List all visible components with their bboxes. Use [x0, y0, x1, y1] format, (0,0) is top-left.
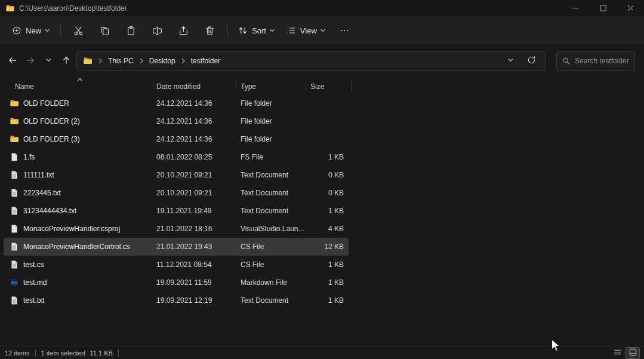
- file-type: File folder: [241, 135, 310, 143]
- file-size: 1 KB: [310, 278, 345, 287]
- file-row[interactable]: test.txt19.09.2021 12:19Text Document1 K…: [4, 292, 349, 309]
- share-button[interactable]: [171, 20, 196, 41]
- new-button[interactable]: New: [7, 20, 56, 41]
- file-name-cell: 111111.txt: [4, 170, 156, 180]
- chevron-down-icon: [320, 27, 326, 33]
- ellipsis-icon: [340, 26, 349, 35]
- refresh-button[interactable]: [523, 52, 539, 70]
- minimize-button[interactable]: [562, 0, 589, 16]
- details-view-button[interactable]: [611, 348, 624, 358]
- file-type: FS File: [241, 153, 310, 161]
- file-date-modified: 21.01.2022 18:16: [156, 225, 241, 233]
- column-divider[interactable]: [351, 81, 352, 90]
- file-name: OLD FOLDER: [23, 99, 69, 108]
- file-row[interactable]: test.md19.09.2021 11:59Markdown File1 KB: [4, 274, 349, 292]
- plus-circle-icon: [12, 26, 21, 35]
- search-icon: [562, 57, 571, 65]
- folder-icon: [10, 99, 19, 108]
- file-name-cell: 31234444434.txt: [4, 206, 156, 216]
- column-divider[interactable]: [153, 81, 153, 90]
- column-header-size[interactable]: Size: [310, 82, 324, 91]
- column-header-name[interactable]: Name: [15, 82, 34, 91]
- file-row[interactable]: OLD FOLDER (2)24.12.2021 14:36File folde…: [4, 112, 349, 130]
- more-options-button[interactable]: [332, 20, 358, 41]
- rename-icon: [152, 26, 162, 36]
- file-row[interactable]: MonacoPreviewHandler.csproj21.01.2022 18…: [4, 220, 349, 238]
- file-row[interactable]: OLD FOLDER24.12.2021 14:36File folder: [4, 94, 349, 112]
- selection-size: 11.1 KB: [90, 349, 113, 357]
- file-type: Text Document: [241, 189, 310, 197]
- file-name: MonacoPreviewHandlerCortrol.cs: [23, 243, 130, 251]
- file-type: File folder: [241, 99, 310, 108]
- sort-ascending-icon: [77, 78, 83, 81]
- view-button-label: View: [300, 26, 317, 35]
- file-name-cell: OLD FOLDER: [4, 99, 156, 108]
- status-bar: 12 items 1 item selected 11.1 KB: [0, 346, 644, 359]
- breadcrumb-separator[interactable]: [98, 58, 103, 64]
- file-date-modified: 24.12.2021 14:36: [156, 99, 241, 108]
- sort-button[interactable]: Sort: [233, 20, 281, 41]
- window-controls: [562, 0, 644, 16]
- search-input[interactable]: [575, 57, 629, 65]
- arrow-left-icon: [8, 56, 17, 67]
- file-row-selected[interactable]: MonacoPreviewHandlerCortrol.cs21.01.2022…: [4, 238, 349, 256]
- file-type: Text Document: [241, 296, 310, 305]
- file-date-modified: 11.12.2021 08:54: [156, 260, 241, 269]
- column-header-date-modified[interactable]: Date modified: [156, 82, 201, 91]
- column-header-type[interactable]: Type: [241, 82, 256, 91]
- file-lines-icon: [10, 260, 19, 269]
- column-divider[interactable]: [306, 81, 306, 90]
- copy-icon: [100, 26, 110, 36]
- file-name-cell: test.cs: [4, 260, 156, 269]
- file-name-cell: OLD FOLDER (3): [4, 134, 156, 144]
- file-date-modified: 20.10.2021 09:21: [156, 189, 241, 197]
- file-row[interactable]: 2223445.txt20.10.2021 09:21Text Document…: [4, 184, 349, 202]
- paste-button[interactable]: [118, 20, 144, 41]
- file-type: CS File: [241, 260, 310, 269]
- file-row[interactable]: test.cs11.12.2021 08:54CS File1 KB: [4, 256, 349, 274]
- file-list: OLD FOLDER24.12.2021 14:36File folderOLD…: [4, 94, 349, 309]
- up-button[interactable]: [57, 51, 75, 70]
- file-name: 2223445.txt: [23, 189, 61, 197]
- copy-button[interactable]: [92, 20, 118, 41]
- view-button[interactable]: View: [281, 20, 331, 41]
- file-row[interactable]: 1.fs08.01.2022 08:25FS File1 KB: [4, 148, 349, 166]
- forward-button[interactable]: [21, 51, 39, 70]
- close-button[interactable]: [617, 0, 644, 16]
- file-row[interactable]: 31234444434.txt19.11.2021 19:49Text Docu…: [4, 202, 349, 220]
- navigation-bar: This PC Desktop testfolder: [0, 46, 644, 76]
- file-name: 111111.txt: [23, 171, 54, 179]
- breadcrumb-desktop[interactable]: Desktop: [149, 57, 175, 65]
- cut-button[interactable]: [66, 20, 91, 41]
- file-lines-icon: [10, 242, 19, 251]
- breadcrumb-separator[interactable]: [181, 58, 186, 64]
- address-bar[interactable]: This PC Desktop testfolder: [76, 51, 546, 71]
- file-date-modified: 20.10.2021 09:21: [156, 171, 241, 179]
- file-name: 1.fs: [23, 153, 35, 161]
- recent-locations-button[interactable]: [39, 51, 57, 70]
- window-title: C:\Users\aaron\Desktop\testfolder: [19, 4, 127, 13]
- address-dropdown-button[interactable]: [503, 52, 518, 70]
- arrow-up-icon: [61, 56, 71, 67]
- file-row[interactable]: OLD FOLDER (3)24.12.2021 14:36File folde…: [4, 130, 349, 148]
- file-name: MonacoPreviewHandler.csproj: [23, 225, 120, 233]
- file-type: Markdown File: [241, 278, 310, 287]
- file-row[interactable]: 111111.txt20.10.2021 09:21Text Document0…: [4, 166, 349, 184]
- column-divider[interactable]: [236, 81, 236, 90]
- file-name-cell: OLD FOLDER (2): [4, 116, 156, 126]
- breadcrumb-testfolder[interactable]: testfolder: [191, 57, 220, 65]
- back-button[interactable]: [4, 51, 21, 70]
- file-lines-icon: [10, 170, 19, 180]
- delete-button[interactable]: [197, 20, 223, 41]
- arrow-right-icon: [26, 56, 35, 67]
- file-date-modified: 24.12.2021 14:36: [156, 117, 241, 125]
- file-date-modified: 19.11.2021 19:49: [156, 207, 241, 215]
- breadcrumb-separator[interactable]: [139, 58, 144, 64]
- search-box[interactable]: [556, 51, 635, 71]
- folder-icon: [10, 116, 19, 126]
- maximize-button[interactable]: [589, 0, 617, 16]
- rename-button[interactable]: [144, 20, 170, 41]
- large-icons-view-button[interactable]: [626, 348, 639, 358]
- paste-icon: [126, 26, 136, 36]
- breadcrumb-this-pc[interactable]: This PC: [108, 57, 134, 65]
